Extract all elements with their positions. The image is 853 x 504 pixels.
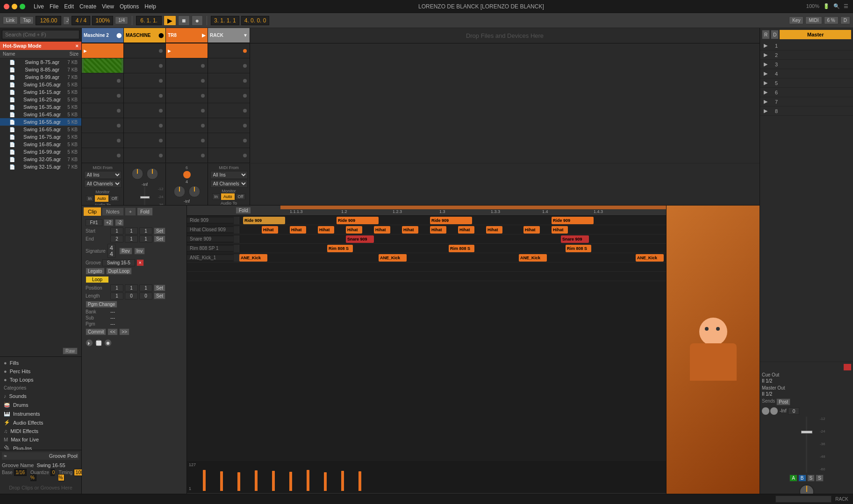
kick-content[interactable]: ANE_Kick ANE_Kick ANE_Kick ANE_Kick (234, 253, 666, 262)
hot-swap-close[interactable]: × (76, 43, 79, 49)
d-button[interactable]: D (840, 16, 850, 24)
menu-view[interactable]: View (102, 3, 114, 10)
list-item[interactable]: 📄Swing 16-75.agr5 KB (0, 133, 81, 141)
clip-slot[interactable] (124, 133, 165, 148)
b-btn[interactable]: B (798, 475, 806, 482)
rim-content[interactable]: Rim 808 S Rim 808 S Rim 808 S (234, 244, 666, 253)
clip-slot[interactable] (208, 133, 250, 148)
clip-slot[interactable] (82, 88, 123, 103)
browser-item-sounds[interactable]: ♪Sounds (0, 392, 81, 400)
len-input3[interactable] (139, 292, 152, 299)
clip-slot[interactable] (208, 58, 250, 73)
note-pill[interactable]: Hihat (290, 226, 306, 234)
note-pill[interactable]: Hihat (374, 226, 390, 234)
note-pill[interactable]: Snare 909 (346, 235, 374, 243)
browser-item-instruments[interactable]: 🎹Instruments (0, 409, 81, 418)
midi-from-select-rack[interactable]: All Ins (210, 171, 248, 179)
monitor-off-rack[interactable]: Off (236, 193, 246, 200)
start-input3[interactable] (139, 227, 152, 234)
add-btn[interactable]: + (125, 207, 136, 216)
set-end-btn[interactable]: Set (154, 235, 165, 242)
note-pill[interactable]: Rim 808 S (449, 245, 474, 252)
list-item[interactable]: 📄Swing 32-05.agr7 KB (0, 156, 81, 163)
stop-button[interactable]: ■ (178, 15, 189, 26)
remove-groove-btn[interactable]: × (136, 259, 144, 266)
note-pill[interactable]: Hihat (262, 226, 278, 234)
file-list[interactable]: 📄Swing 8-75.agr7 KB 📄Swing 8-85.agr7 KB … (0, 58, 81, 346)
nav-left-btn[interactable]: << (108, 328, 118, 335)
end-input3[interactable] (139, 235, 152, 242)
pgm-change-btn[interactable]: Pgm Change (86, 301, 117, 308)
rev-btn[interactable]: Rev (119, 248, 132, 255)
end-input[interactable] (110, 235, 123, 242)
monitor-off-btn-1[interactable]: Off (109, 195, 120, 202)
midi-channel-select-1[interactable]: All Channels (84, 180, 122, 188)
clip-slot[interactable] (208, 43, 250, 58)
menu-create[interactable]: Create (79, 3, 96, 10)
play-button[interactable]: ▶ (164, 15, 176, 26)
monitor-in-rack[interactable]: In (212, 193, 221, 200)
clip-slot[interactable] (208, 88, 250, 103)
clip-slot[interactable] (124, 58, 165, 73)
clip-slot[interactable] (166, 88, 208, 103)
clip-slot[interactable] (82, 148, 123, 163)
clip-slot[interactable] (124, 73, 165, 88)
browser-item-midi-effects[interactable]: ♫MIDI Effects (0, 427, 81, 435)
fold-btn[interactable]: Fold (137, 207, 152, 216)
list-item[interactable]: 📄Swing 16-99.agr5 KB (0, 148, 81, 156)
nav-right-btn[interactable]: >> (119, 328, 129, 335)
clip-slot[interactable]: ▶ (166, 43, 208, 58)
rec-transport-btn[interactable]: ⏺ (104, 339, 112, 347)
list-item[interactable]: 📄Swing 16-65.agr5 KB (0, 126, 81, 133)
note-pill[interactable]: Hihat (430, 226, 446, 234)
note-pill[interactable]: Ride 909 (430, 217, 472, 224)
clip-slot[interactable] (166, 73, 208, 88)
a-btn[interactable]: A (789, 475, 797, 482)
clip-slot[interactable] (208, 103, 250, 118)
d-btn[interactable]: D (771, 30, 779, 39)
clip-slot[interactable] (208, 118, 250, 133)
menu-edit[interactable]: Edit (64, 3, 74, 10)
send-knob-a-2[interactable] (131, 167, 144, 180)
note-down-btn[interactable]: -2 (115, 219, 124, 226)
note-up-btn[interactable]: +2 (104, 219, 114, 226)
list-item[interactable]: 📄Swing 16-85.agr5 KB (0, 141, 81, 148)
tap-button[interactable]: Tap (20, 16, 34, 24)
list-item[interactable]: 📄Swing 16-35.agr5 KB (0, 103, 81, 111)
start-input[interactable] (110, 227, 123, 234)
list-item[interactable]: 📄Swing 16-05.agr5 KB (0, 81, 81, 88)
note-pill[interactable]: Hihat (486, 226, 502, 234)
clip-tab[interactable]: Clip (84, 207, 101, 216)
list-item[interactable]: 📄Swing 32-15.agr7 KB (0, 163, 81, 170)
note-pill[interactable]: Rim 808 S (566, 245, 591, 252)
send-knob-b-2[interactable] (146, 167, 159, 180)
note-pill[interactable]: ANE_Kick (379, 254, 407, 262)
sends-value[interactable] (788, 407, 799, 415)
list-item[interactable]: 📄Swing 16-25.agr5 KB (0, 96, 81, 103)
groove-input[interactable] (102, 259, 135, 266)
post-btn[interactable]: Post (776, 398, 790, 405)
list-item[interactable]: 📄Swing 16-15.agr5 KB (0, 88, 81, 96)
note-pill[interactable]: Ride 909 (243, 217, 285, 224)
search-input[interactable] (2, 30, 79, 39)
menu-help[interactable]: Help (144, 3, 156, 10)
list-item[interactable]: 📄Swing 8-75.agr7 KB (0, 58, 81, 66)
note-pill[interactable]: ANE_Kick (636, 254, 664, 262)
list-item-selected[interactable]: 📄Swing 16-55.agr5 KB (0, 118, 81, 126)
browser-item-plug-ins[interactable]: 🔌Plug-Ins (0, 444, 81, 450)
snare-content[interactable]: Snare 909 Snare 909 (234, 234, 666, 243)
len-input1[interactable] (110, 292, 123, 299)
notes-tab[interactable]: Notes (102, 207, 124, 216)
menu-options[interactable]: Options (120, 3, 139, 10)
midi-channel-select-rack[interactable]: All Channels (210, 180, 248, 188)
list-item[interactable]: 📄Swing 8-99.agr7 KB (0, 73, 81, 81)
clip-slot[interactable]: ▶ (82, 43, 123, 58)
set-pos-btn[interactable]: Set (154, 284, 165, 291)
note-pill[interactable]: Ride 909 (337, 217, 379, 224)
end-input2[interactable] (125, 235, 138, 242)
metronome-button[interactable]: 𝅘𝅥𝅮 (63, 16, 70, 25)
send-knob-b-3[interactable] (188, 185, 201, 198)
minimize-button[interactable] (12, 4, 17, 9)
list-item[interactable]: 📄Swing 8-85.agr7 KB (0, 66, 81, 73)
link-button[interactable]: Link (3, 16, 18, 24)
